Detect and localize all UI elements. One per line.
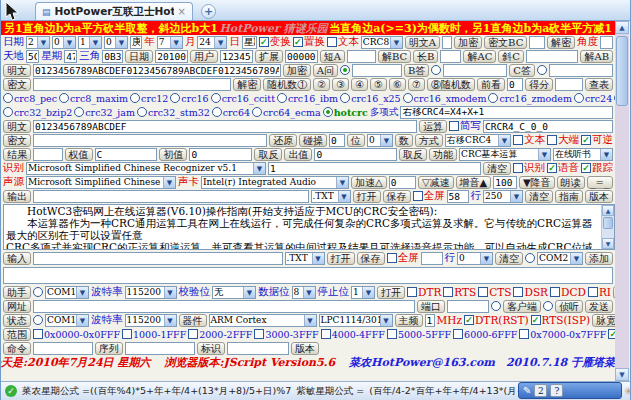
scroll-up-icon[interactable]: ▲ (602, 205, 614, 216)
bit-op-input[interactable] (329, 134, 345, 147)
com-port-select[interactable]: COM2▼ (537, 252, 583, 265)
scroll-down-icon[interactable]: ▼ (615, 368, 629, 381)
crc12-radio[interactable]: crc12 (130, 93, 168, 104)
sequence-input[interactable] (125, 342, 195, 355)
speed-up-button[interactable]: 加速△ (351, 176, 387, 189)
client-radio[interactable] (491, 301, 501, 311)
radio-icon[interactable] (340, 65, 350, 75)
output-button[interactable]: 输出 (3, 190, 31, 203)
checkbox-icon[interactable]: ✓ (531, 315, 541, 325)
clear-input-button[interactable]: 清空 (495, 252, 523, 265)
input-field[interactable] (33, 252, 283, 265)
chevron-down-icon[interactable]: ▼ (338, 191, 350, 202)
checkbox-icon[interactable] (478, 287, 488, 297)
random-2-button[interactable]: ② (313, 78, 330, 91)
crc16-zmodem-radio[interactable]: crc16_zmodem (488, 93, 571, 104)
radio-icon[interactable] (323, 107, 333, 117)
solve-bc-button[interactable]: 解BC (378, 50, 411, 63)
checkbox-icon[interactable] (519, 329, 529, 339)
chevron-down-icon[interactable]: ▼ (303, 287, 315, 298)
checkbox-icon[interactable] (188, 329, 198, 339)
random-6-button[interactable]: ⑥ (389, 78, 406, 91)
page-scrollbar[interactable]: ▲ ▼ (615, 21, 629, 381)
calc-ciphertext-button[interactable]: 密文 (3, 134, 31, 147)
sound-card-select[interactable]: Intel(r) Integrated Audio▼ (201, 176, 349, 189)
calculate-button[interactable]: 运算 (419, 120, 447, 133)
rts-checkbox[interactable]: RTS (443, 286, 476, 298)
weight-button[interactable]: 权值 (65, 148, 93, 161)
listen-select[interactable]: 在线听书▼ (553, 148, 613, 161)
radio-icon[interactable] (3, 107, 13, 117)
crc32-stm32-radio[interactable]: crc32_stm32 (137, 107, 210, 118)
speed-input[interactable] (389, 176, 416, 189)
url-button[interactable]: 网址 (3, 300, 31, 313)
checkbox-icon[interactable] (588, 287, 598, 297)
column-input[interactable] (447, 190, 469, 203)
crc16-xmodem-radio[interactable]: crc16_xmodem (403, 93, 487, 104)
volume-down-button[interactable]: ▼降音 (519, 176, 555, 189)
checkbox-icon[interactable] (413, 191, 423, 201)
text-mode-checkbox[interactable]: 文本 (327, 35, 359, 49)
input-ext-select[interactable]: .TXT▼ (285, 252, 325, 265)
user-button[interactable]: 用户 (190, 50, 218, 63)
voice-source-select[interactable]: Microsoft Simplified Chinese▼ (26, 176, 176, 189)
week-input[interactable] (64, 50, 77, 63)
radio-icon[interactable] (543, 301, 553, 311)
save-input-button[interactable]: 保存 (357, 252, 385, 265)
status-com-radio[interactable] (33, 315, 43, 325)
assistant-com-radio[interactable] (33, 287, 43, 297)
mode-button[interactable]: 方式 (415, 134, 443, 147)
encrypt-button-2[interactable]: 加密 (283, 64, 311, 77)
solve-ab-button[interactable]: 解AB (580, 50, 613, 63)
dtr-checkbox[interactable]: DTR (407, 286, 441, 298)
input-button[interactable]: 输入 (3, 252, 31, 265)
random-3-button[interactable]: ③ (332, 78, 349, 91)
chevron-down-icon[interactable]: ▼ (380, 315, 392, 326)
chevron-down-icon[interactable]: ▼ (164, 287, 176, 298)
checkbox-icon[interactable]: ✓ (547, 163, 557, 173)
widget-button-2[interactable]: 2 (534, 384, 547, 397)
answer-c-radio[interactable] (537, 65, 547, 75)
radio-icon[interactable] (59, 93, 69, 103)
version-button[interactable]: 版本 (585, 190, 613, 203)
sector-2-checkbox[interactable]: 2000-2FFF (188, 329, 252, 340)
bit-button[interactable]: 位 (347, 134, 365, 147)
restore-button[interactable]: 还原 (269, 134, 297, 147)
answer-b-button[interactable]: B答 (404, 64, 429, 77)
radio-icon[interactable] (137, 107, 147, 117)
chevron-down-icon[interactable]: ▼ (312, 253, 324, 264)
line-select[interactable]: 250▼ (483, 190, 523, 203)
parity-select[interactable]: 无▼ (212, 286, 256, 299)
calc-ciphertext-input[interactable] (33, 134, 267, 147)
open-port-button[interactable]: 打开 (377, 286, 405, 299)
listen-radio[interactable] (543, 301, 553, 311)
radio-icon[interactable] (431, 65, 441, 75)
chevron-down-icon[interactable]: ▼ (600, 149, 612, 160)
listen-button[interactable]: 侦听 (555, 300, 583, 313)
user-input[interactable] (220, 50, 253, 63)
year-digit-2-select[interactable]: 0▼ (52, 36, 76, 49)
function-select[interactable]: CRC基本运算▼ (459, 148, 551, 161)
look-ahead-button[interactable]: 前看 (477, 78, 505, 91)
sequence-button[interactable]: 序列 (95, 342, 123, 355)
hands-icon[interactable]: ✳ (623, 385, 630, 398)
chevron-down-icon[interactable]: ▼ (76, 315, 88, 326)
send-net-button[interactable]: 发送 (585, 300, 613, 313)
pause-button[interactable]: _=_ (587, 176, 613, 189)
volume-input[interactable] (493, 176, 517, 189)
chevron-down-icon[interactable]: ▼ (480, 253, 492, 264)
angle-input[interactable] (600, 36, 613, 49)
chevron-down-icon[interactable]: ▼ (164, 315, 176, 326)
radio-icon[interactable] (33, 315, 43, 325)
sector-3-checkbox[interactable]: 3000-3FFF (254, 329, 318, 340)
calc-plaintext-button[interactable]: 明文 (3, 120, 31, 133)
chevron-down-icon[interactable]: ▼ (163, 177, 175, 188)
year-digit-4-select[interactable]: 0▼ (104, 36, 128, 49)
com-radio[interactable] (525, 253, 535, 263)
column-input-2[interactable] (421, 252, 443, 265)
sector-6-checkbox[interactable]: 6000-6FFF (453, 329, 517, 340)
pulse-width-button[interactable]: 脉宽 (592, 314, 615, 327)
question-a-input[interactable] (352, 64, 402, 77)
random-7-button[interactable]: ⑦ (408, 78, 425, 91)
crc16-radio[interactable]: crc16 (170, 93, 208, 104)
